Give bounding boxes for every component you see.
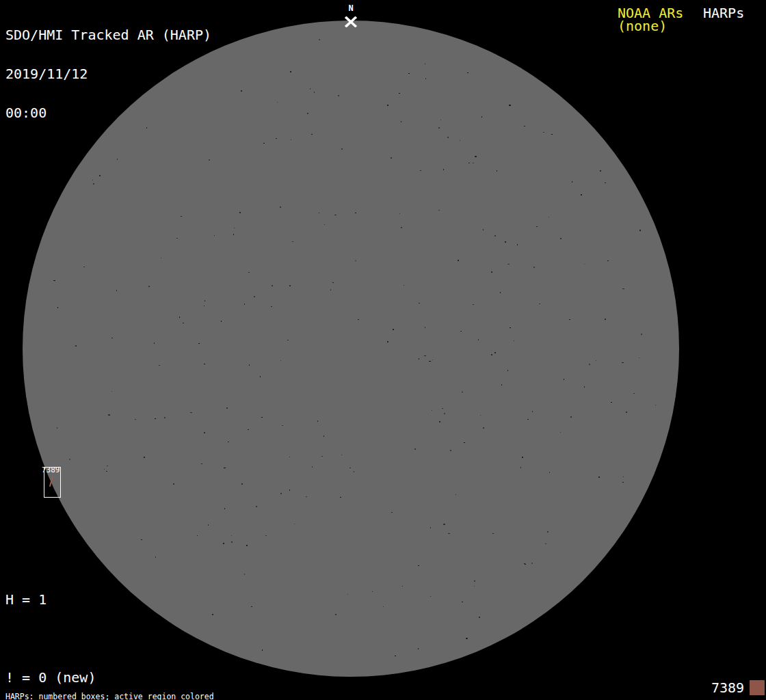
active-region-mark bbox=[49, 476, 53, 487]
footnotes: HARPs: numbered boxes; active region col… bbox=[5, 677, 280, 700]
north-cross-icon bbox=[345, 16, 357, 27]
harps-heading: HARPs bbox=[703, 7, 744, 20]
time-label: 00:00 bbox=[5, 107, 211, 120]
legend-spacer bbox=[5, 632, 162, 645]
noaa-ars-value: (none) bbox=[618, 20, 667, 33]
harp-color-swatch bbox=[750, 680, 765, 695]
north-label: N bbox=[348, 4, 353, 12]
harp-box-id: 7389 bbox=[42, 466, 60, 474]
harp-box: 7389 bbox=[44, 467, 61, 498]
harp-count-line: H = 1 bbox=[5, 593, 162, 606]
date-label: 2019/11/12 bbox=[5, 68, 211, 81]
harp-list: 7389 bbox=[711, 680, 765, 695]
page-title: SDO/HMI Tracked AR (HARP) bbox=[5, 29, 211, 42]
header: SDO/HMI Tracked AR (HARP) 2019/11/12 00:… bbox=[5, 3, 211, 146]
harp-list-id: 7389 bbox=[711, 680, 744, 695]
footnote-harps: HARPs: numbered boxes; active region col… bbox=[5, 693, 280, 700]
harp-plot: N 7389 SDO/HMI Tracked AR (HARP) 2019/11… bbox=[0, 0, 766, 700]
